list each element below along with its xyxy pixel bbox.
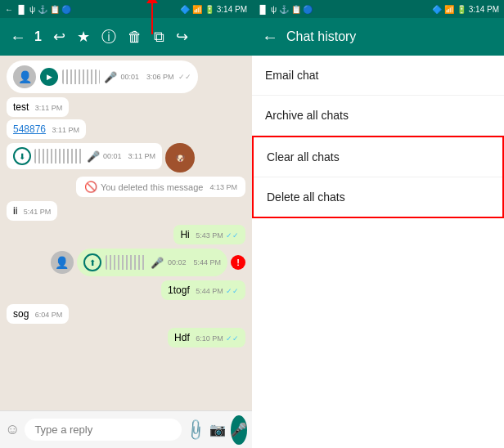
menu-item-label: Clear all chats — [267, 150, 340, 164]
msg-time: 5:44 PM — [196, 287, 223, 295]
msg-548876: 548876 3:11 PM — [7, 119, 86, 139]
share-icon[interactable]: ↪ — [173, 25, 191, 49]
msg-ticks: ✓✓ — [226, 334, 239, 343]
bluetooth-icon: 🔷 — [180, 5, 190, 14]
msg-time: 4:13 PM — [209, 183, 237, 191]
msg-ticks: ✓✓ — [226, 287, 239, 295]
msg-time: 5:41 PM — [24, 208, 52, 216]
error-badge: ! — [231, 255, 245, 270]
right-time: 3:14 PM — [469, 5, 499, 14]
left-panel: ← ▐▌ ψ ⚓ 📋 🔵 🔷 📶 🔋 3:14 PM ← 1 ↩ ★ ⓘ 🗑 ⧉… — [0, 0, 252, 448]
msg-text: sog — [13, 308, 29, 320]
msg-hdf: Hdf 6:10 PM ✓✓ — [168, 328, 245, 347]
right-panel: ▐▌ ψ ⚓ 📋 🔵 🔷 📶 🔋 3:14 PM ← Chat history … — [252, 0, 504, 448]
right-status-right: 🔷 📶 🔋 3:14 PM — [432, 5, 499, 14]
back-arrow-status: ← — [5, 5, 13, 14]
menu-item-archive-all-chats[interactable]: Archive all chats — [252, 96, 504, 136]
right-back-button[interactable]: ← — [262, 28, 278, 47]
reply-icon[interactable]: ↩ — [50, 25, 69, 49]
star-icon[interactable]: ★ — [74, 25, 93, 49]
emoji-icon[interactable]: ☺ — [5, 421, 20, 438]
mic-icon: 🎤 — [104, 71, 117, 83]
delete-icon[interactable]: 🗑 — [124, 25, 146, 49]
avatar: 👤 — [51, 251, 74, 274]
menu-item-delete-all-chats[interactable]: Delete all chats — [254, 177, 502, 217]
menu-item-clear-all-chats[interactable]: Clear all chats — [254, 137, 502, 177]
msg-hi: Hi 5:43 PM ✓✓ — [173, 225, 245, 244]
msg-1togf: 1togf 5:44 PM ✓✓ — [161, 280, 245, 300]
blocked-icon: 🚫 — [84, 181, 97, 193]
left-top-bar: ← 1 ↩ ★ ⓘ 🗑 ⧉ ↪ — [0, 18, 252, 56]
msg-time: 5:44 PM — [193, 258, 221, 267]
msg-time: 3:11 PM — [52, 126, 79, 134]
deleted-text: You deleted this message — [101, 182, 204, 192]
back-button[interactable]: ← — [7, 25, 29, 50]
info-icon[interactable]: ⓘ — [98, 24, 119, 50]
menu-item-email-chat[interactable]: Email chat — [252, 56, 504, 96]
msg-time: 6:04 PM — [35, 311, 63, 319]
right-panel-title: Chat history — [286, 29, 356, 44]
reply-input[interactable] — [25, 419, 182, 441]
attach-icon[interactable]: 📎 — [183, 417, 209, 442]
waveform — [106, 255, 146, 270]
menu-item-label: Delete all chats — [267, 190, 345, 204]
right-wifi: 📶 — [444, 5, 454, 14]
upload-icon[interactable]: ⬆ — [83, 253, 101, 271]
chat-area: 👤 ▶ 🎤 00:01 3:06 PM ✓✓ test 3:11 PM 5488… — [0, 56, 252, 410]
mic-icon: 🎤 — [87, 150, 100, 163]
voice-duration: 00:01 — [103, 152, 122, 160]
play-button[interactable]: ▶ — [40, 68, 58, 86]
msg-sog: sog 6:04 PM — [7, 304, 69, 324]
received-messages-group: test 3:11 PM 548876 3:11 PM — [7, 97, 245, 139]
voice-file-row: ⬇ 🎤 00:01 3:11 PM 🐶 — [7, 143, 245, 172]
highlight-box: Clear all chats Delete all chats — [252, 136, 504, 218]
msg-ticks: ✓✓ — [226, 231, 239, 240]
msg-test: test 3:11 PM — [7, 97, 69, 117]
camera-icon[interactable]: 📷 — [209, 422, 226, 437]
avatar: 👤 — [13, 65, 36, 88]
right-status-left: ▐▌ ψ ⚓ 📋 🔵 — [257, 5, 313, 14]
voice-sent-row: 👤 ⬆ 🎤 00:02 5:44 PM ! — [7, 249, 245, 276]
right-status-icons: ▐▌ ψ ⚓ 📋 🔵 — [257, 5, 313, 14]
battery-icon: 🔋 — [205, 5, 214, 14]
voice-download-bubble: ⬇ 🎤 00:01 3:11 PM — [7, 143, 162, 169]
menu-list: Email chat Archive all chats Clear all c… — [252, 56, 504, 448]
copy-icon[interactable]: ⧉ — [151, 25, 168, 49]
mic-icon: 🎤 — [151, 257, 164, 269]
msg-time: 3:11 PM — [35, 104, 63, 112]
left-status-bar: ← ▐▌ ψ ⚓ 📋 🔵 🔷 📶 🔋 3:14 PM — [0, 0, 252, 18]
waveform — [34, 149, 83, 164]
right-bluetooth: 🔷 — [432, 5, 442, 14]
waveform — [62, 69, 100, 84]
mic-button[interactable]: 🎤 — [231, 415, 247, 445]
input-bar: ☺ 📎 📷 🎤 — [0, 410, 252, 448]
wifi-icon: 📶 — [192, 5, 202, 14]
status-time: 3:14 PM — [217, 5, 247, 14]
voice-message-received: 👤 ▶ 🎤 00:01 3:06 PM ✓✓ — [7, 60, 198, 93]
msg-link[interactable]: 548876 — [13, 123, 46, 135]
msg-time: 6:10 PM — [196, 334, 223, 343]
menu-item-label: Archive all chats — [265, 109, 349, 122]
msg-time: 3:11 PM — [128, 152, 156, 160]
msg-ii: ii 5:41 PM — [7, 201, 57, 221]
chat-count: 1 — [34, 29, 42, 44]
voice-sent-bubble: ⬆ 🎤 00:02 5:44 PM — [77, 249, 227, 276]
right-top-bar: ← Chat history — [252, 18, 504, 56]
msg-text: ii — [13, 205, 17, 217]
dog-avatar: 🐶 — [165, 143, 195, 172]
msg-text: 1togf — [168, 284, 190, 296]
right-battery: 🔋 — [457, 5, 466, 14]
right-status-bar: ▐▌ ψ ⚓ 📋 🔵 🔷 📶 🔋 3:14 PM — [252, 0, 504, 18]
deleted-message: 🚫 You deleted this message 4:13 PM — [76, 177, 245, 197]
menu-item-label: Email chat — [265, 69, 318, 82]
signal-icons: ▐▌ ψ ⚓ 📋 🔵 — [16, 5, 71, 14]
msg-text: Hdf — [174, 332, 190, 343]
download-icon[interactable]: ⬇ — [13, 147, 31, 165]
voice-duration: 00:02 — [168, 258, 187, 267]
msg-text: Hi — [180, 229, 189, 240]
msg-time: 5:43 PM — [196, 231, 223, 240]
msg-text: test — [13, 101, 29, 113]
voice-duration: 00:01 — [121, 73, 140, 81]
msg-time: 3:06 PM — [146, 73, 174, 81]
msg-ticks: ✓✓ — [178, 73, 191, 81]
